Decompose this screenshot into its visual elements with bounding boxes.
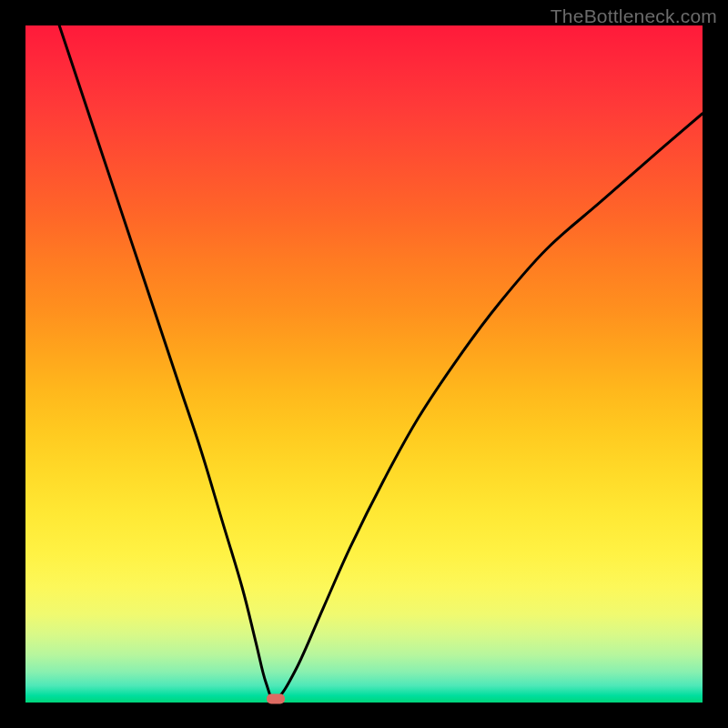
chart-container: TheBottleneck.com xyxy=(0,0,728,728)
curve-layer xyxy=(25,25,703,703)
plot-area xyxy=(25,25,703,703)
watermark-text: TheBottleneck.com xyxy=(551,5,717,27)
bottleneck-curve xyxy=(59,25,703,700)
minimum-marker xyxy=(267,694,285,704)
